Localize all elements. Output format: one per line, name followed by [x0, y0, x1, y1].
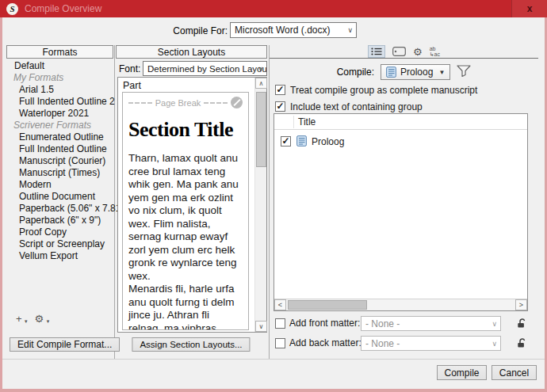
- compile-overview-dialog: S Compile Overview x Compile For: Micros…: [0, 0, 547, 392]
- scrollbar-thumb[interactable]: [288, 300, 367, 310]
- treat-as-manuscript-row: Treat compile group as complete manuscri…: [275, 85, 477, 96]
- chevron-down-icon: ∨: [258, 64, 263, 72]
- format-list-item[interactable]: My Formats: [2, 72, 112, 84]
- front-matter-select[interactable]: - None - ∨: [361, 316, 501, 331]
- font-value: Determined by Section Layout: [147, 64, 267, 74]
- compile-for-value: Microsoft Word (.docx): [235, 25, 330, 36]
- treat-as-manuscript-checkbox[interactable]: [275, 85, 285, 95]
- title-bar[interactable]: S Compile Overview x: [0, 0, 547, 17]
- cancel-button[interactable]: Cancel: [492, 365, 537, 380]
- replacements-icon[interactable]: ab↳ac: [430, 46, 440, 57]
- format-list-item[interactable]: Paperback (5.06" x 7.81"): [2, 203, 112, 215]
- column-divider: [293, 116, 294, 128]
- include-containing-group-label: Include text of containing group: [290, 101, 423, 112]
- document-icon: [296, 135, 307, 149]
- edit-compile-format-button[interactable]: Edit Compile Format...: [10, 337, 120, 352]
- front-matter-value: - None -: [365, 318, 400, 329]
- include-containing-group-checkbox[interactable]: [275, 101, 285, 112]
- formats-list: Default My Formats Arial 1.5 Full Indent…: [2, 60, 112, 262]
- layout-preview-page: Page Break Section Title Tharn, lamax qu…: [122, 92, 249, 330]
- format-list-item[interactable]: Manuscript (Times): [2, 167, 112, 179]
- back-matter-row: Add back matter:: [275, 337, 361, 348]
- table-header: Title: [274, 114, 527, 130]
- dialog-content: Compile For: Microsoft Word (.docx) ∨ Fo…: [2, 17, 545, 389]
- document-icon: [386, 67, 396, 78]
- window-title: Compile Overview: [25, 3, 101, 14]
- format-options-gear-icon[interactable]: ⚙▾: [35, 314, 44, 324]
- layout-name-label[interactable]: Part: [123, 80, 141, 91]
- section-layouts-header[interactable]: Section Layouts: [116, 45, 267, 59]
- table-row[interactable]: Proloog: [274, 135, 527, 149]
- compile-button[interactable]: Compile: [437, 365, 487, 380]
- page-break-row: Page Break: [128, 97, 243, 108]
- column-divider: [114, 45, 115, 359]
- compile-group-value: Proloog: [400, 67, 433, 78]
- scroll-left-icon[interactable]: <: [274, 299, 286, 310]
- format-list-item[interactable]: Arial 1.5: [2, 84, 112, 96]
- settings-gear-icon[interactable]: ⚙: [413, 47, 423, 57]
- compile-for-select[interactable]: Microsoft Word (.docx) ∨: [230, 22, 357, 38]
- included-documents-table: Title Proloog < >: [274, 113, 528, 311]
- page-break-dash: [204, 102, 228, 104]
- font-select[interactable]: Determined by Section Layout ∨: [143, 61, 267, 76]
- format-list-item[interactable]: Default: [2, 60, 112, 72]
- format-list-item[interactable]: Outline Document: [2, 191, 112, 203]
- preview-vertical-scrollbar[interactable]: ∧ ∨: [254, 78, 266, 332]
- preview-paragraph: Tharn, lamax quolt anu cree brul lamax t…: [128, 152, 243, 283]
- preview-section-title: Section Title: [128, 118, 243, 142]
- filter-funnel-icon[interactable]: [457, 65, 471, 79]
- scrollbar-thumb[interactable]: [256, 92, 266, 167]
- formats-header[interactable]: Formats: [6, 45, 113, 59]
- chevron-down-icon: ∨: [347, 26, 353, 34]
- format-list-item[interactable]: Modern: [2, 179, 112, 191]
- table-horizontal-scrollbar[interactable]: < >: [274, 299, 527, 310]
- format-tools: +▾ ⚙▾: [16, 314, 44, 324]
- front-matter-row: Add front matter:: [275, 318, 360, 329]
- assign-section-layouts-button[interactable]: Assign Section Layouts...: [132, 337, 250, 352]
- back-matter-select[interactable]: - None - ∨: [361, 336, 501, 351]
- column-divider: [269, 45, 270, 359]
- scrivener-logo-icon: S: [6, 3, 18, 15]
- metadata-tag-icon[interactable]: [392, 47, 406, 56]
- format-list-item[interactable]: Vellum Export: [2, 250, 112, 262]
- page-break-label: Page Break: [155, 98, 201, 108]
- format-list-item[interactable]: Manuscript (Courier): [2, 155, 112, 167]
- format-list-item[interactable]: Full Indented Outline: [2, 143, 112, 155]
- add-back-matter-checkbox[interactable]: [275, 338, 285, 348]
- format-list-item[interactable]: Proof Copy: [2, 226, 112, 238]
- contents-toolbar: ⚙ ab↳ac: [270, 45, 538, 59]
- add-format-icon[interactable]: +▾: [16, 314, 22, 324]
- chevron-down-icon: ▼: [438, 69, 445, 76]
- page-break-edit-icon[interactable]: [231, 97, 243, 108]
- scroll-right-icon[interactable]: >: [515, 299, 527, 310]
- back-matter-lock-icon[interactable]: [517, 337, 526, 351]
- format-list-item[interactable]: Waterloper 2021: [2, 108, 112, 120]
- treat-as-manuscript-label: Treat compile group as complete manuscri…: [290, 85, 477, 96]
- compile-group-dropdown[interactable]: Proloog ▼: [381, 64, 450, 80]
- add-front-matter-label: Add front matter:: [289, 318, 360, 329]
- row-title: Proloog: [312, 136, 344, 147]
- chevron-down-icon: ∨: [492, 319, 497, 327]
- format-list-item[interactable]: Scrivener Formats: [2, 120, 112, 131]
- format-list-item[interactable]: Paperback (6" x 9"): [2, 215, 112, 226]
- format-list-item[interactable]: Full Indented Outline 2: [2, 96, 112, 108]
- chevron-down-icon: ∨: [492, 339, 497, 347]
- page-break-dash: [128, 102, 152, 104]
- contents-list-icon[interactable]: [368, 45, 385, 58]
- format-list-item[interactable]: Enumerated Outline: [2, 131, 112, 143]
- add-front-matter-checkbox[interactable]: [275, 318, 285, 329]
- font-label: Font:: [119, 63, 140, 74]
- row-include-checkbox[interactable]: [281, 136, 291, 147]
- compile-for-label: Compile For:: [121, 25, 228, 36]
- scroll-down-icon[interactable]: ∨: [255, 321, 267, 332]
- compile-label: Compile:: [337, 67, 374, 78]
- scroll-up-icon[interactable]: ∧: [255, 78, 267, 89]
- format-list-item[interactable]: Script or Screenplay: [2, 238, 112, 250]
- title-column-header[interactable]: Title: [298, 116, 316, 127]
- preview-paragraph: Menardis fli, harle urfa anu quolt furng…: [128, 283, 243, 330]
- close-button[interactable]: x: [511, 0, 547, 17]
- back-matter-value: - None -: [365, 338, 400, 349]
- section-layouts-preview-panel: Part Page Break Section Title Tharn, lam…: [117, 77, 267, 333]
- front-matter-lock-icon[interactable]: [517, 318, 526, 331]
- include-containing-group-row: Include text of containing group: [275, 101, 423, 112]
